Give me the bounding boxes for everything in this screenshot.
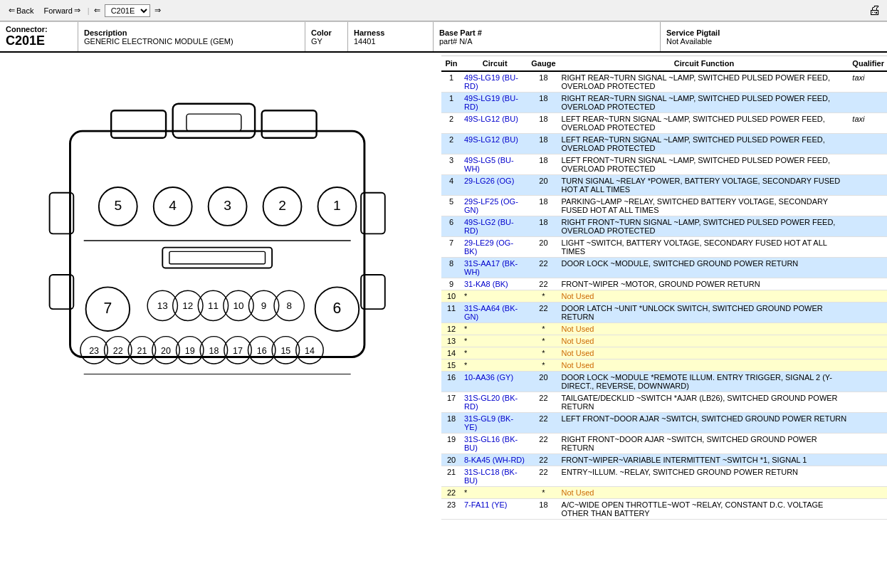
svg-text:16: 16 xyxy=(257,346,267,356)
circuit-cell: 31S-GL9 (BK-YE) xyxy=(461,413,528,434)
function-cell: TAILGATE/DECKLID ~SWITCH *AJAR (LB26), S… xyxy=(559,392,850,413)
svg-rect-4 xyxy=(187,114,241,131)
table-row: 429-LG26 (OG)20TURN SIGNAL ~RELAY *POWER… xyxy=(441,175,887,196)
table-row: 349S-LG5 (BU-WH)18LEFT FRONT~TURN SIGNAL… xyxy=(441,154,887,175)
table-row: 931-KA8 (BK)22FRONT~WIPER ~MOTOR, GROUND… xyxy=(441,278,887,290)
circuit-cell: 49S-LG19 (BU-RD) xyxy=(461,93,528,113)
main-content: 5 4 3 2 1 7 6 13 12 xyxy=(0,56,887,520)
function-cell: RIGHT FRONT~DOOR AJAR ~SWITCH, SWITCHED … xyxy=(559,434,850,454)
back-button[interactable]: ⇐ Back xyxy=(6,4,36,16)
connector-cell: Connector: C201E xyxy=(0,22,78,51)
svg-text:6: 6 xyxy=(333,300,342,316)
circuit-cell: 29-LG26 (OG) xyxy=(461,175,528,196)
pin-cell: 11 xyxy=(441,303,461,323)
table-row: 149S-LG19 (BU-RD)18RIGHT REAR~TURN SIGNA… xyxy=(441,93,887,113)
pin-cell: 23 xyxy=(441,499,461,520)
table-row: 649S-LG2 (BU-RD)18RIGHT FRONT~TURN SIGNA… xyxy=(441,216,887,237)
qualifier-cell xyxy=(849,134,887,154)
svg-text:5: 5 xyxy=(114,198,122,213)
pin-cell: 12 xyxy=(441,323,461,335)
gauge-cell: 22 xyxy=(528,303,558,323)
qualifier-cell xyxy=(849,372,887,392)
table-row: 22**Not Used xyxy=(441,487,887,499)
svg-text:12: 12 xyxy=(182,300,193,311)
circuit-cell: * xyxy=(461,290,528,303)
circuit-cell: 8-KA45 (WH-RD) xyxy=(461,454,528,466)
circuit-cell: 31S-LC18 (BK-BU) xyxy=(461,466,528,487)
gauge-cell: 18 xyxy=(528,134,558,154)
table-area: Pin Circuit Gauge Circuit Function Quali… xyxy=(441,56,887,520)
function-cell: PARKING~LAMP ~RELAY, SWITCHED BATTERY VO… xyxy=(559,196,850,216)
gauge-cell: 18 xyxy=(528,154,558,175)
table-row: 1831S-GL9 (BK-YE)22LEFT FRONT~DOOR AJAR … xyxy=(441,413,887,434)
harness-value: 14401 xyxy=(354,37,427,46)
qualifier-cell: taxi xyxy=(849,71,887,93)
pin-cell: 20 xyxy=(441,454,461,466)
gauge-cell: * xyxy=(528,290,558,303)
pin-cell: 17 xyxy=(441,392,461,413)
circuit-cell: * xyxy=(461,487,528,499)
circuit-cell: 31S-AA17 (BK-WH) xyxy=(461,258,528,278)
circuit-cell: * xyxy=(461,323,528,335)
basepart-value: part# N/A xyxy=(439,37,654,46)
qualifier-cell xyxy=(849,196,887,216)
circuit-cell: * xyxy=(461,335,528,347)
pin-cell: 18 xyxy=(441,413,461,434)
qualifier-cell xyxy=(849,237,887,258)
function-cell: DOOR LOCK ~MODULE, SWITCHED GROUND POWER… xyxy=(559,258,850,278)
qualifier-cell xyxy=(849,323,887,335)
function-cell: LIGHT ~SWITCH, BATTERY VOLTAGE, SECONDAR… xyxy=(559,237,850,258)
table-row: 149S-LG19 (BU-RD)18RIGHT REAR~TURN SIGNA… xyxy=(441,71,887,93)
table-row: 1131S-AA64 (BK-GN)22DOOR LATCH ~UNIT *UN… xyxy=(441,303,887,323)
table-row: 12**Not Used xyxy=(441,323,887,335)
svg-text:19: 19 xyxy=(185,346,195,356)
toolbar-left: ⇐ Back Forward ⇒ | ⇐ C201E ⇒ xyxy=(6,4,161,17)
table-row: 729-LE29 (OG-BK)20LIGHT ~SWITCH, BATTERY… xyxy=(441,237,887,258)
gauge-cell: * xyxy=(528,347,558,359)
pin-cell: 6 xyxy=(441,216,461,237)
color-label: Color xyxy=(311,28,342,37)
forward-arrow-icon: ⇒ xyxy=(74,6,80,15)
printer-icon: 🖨 xyxy=(868,3,881,17)
basepart-label: Base Part # xyxy=(439,28,654,37)
print-button[interactable]: 🖨 xyxy=(868,3,881,18)
description-value: GENERIC ELECTRONIC MODULE (GEM) xyxy=(84,37,299,46)
function-cell: FRONT~WIPER~VARIABLE INTERMITTENT ~SWITC… xyxy=(559,454,850,466)
function-cell: Not Used xyxy=(559,335,850,347)
qualifier-cell xyxy=(849,359,887,372)
pin-cell: 2 xyxy=(441,134,461,154)
forward-button[interactable]: Forward ⇒ xyxy=(41,4,83,16)
back-label: Back xyxy=(16,6,33,15)
connector-select[interactable]: C201E xyxy=(105,4,150,17)
circuit-cell: 49S-LG12 (BU) xyxy=(461,113,528,134)
svg-text:4: 4 xyxy=(169,198,177,213)
gauge-cell: 22 xyxy=(528,413,558,434)
service-pigtail-value: Not Available xyxy=(666,37,881,46)
svg-rect-1 xyxy=(111,110,166,137)
qualifier-cell xyxy=(849,499,887,520)
gauge-cell: 18 xyxy=(528,93,558,113)
table-row: 249S-LG12 (BU)18LEFT REAR~TURN SIGNAL ~L… xyxy=(441,134,887,154)
qualifier-cell xyxy=(849,347,887,359)
gauge-cell: * xyxy=(528,335,558,347)
gauge-cell: 22 xyxy=(528,258,558,278)
qualifier-cell xyxy=(849,258,887,278)
svg-text:23: 23 xyxy=(89,346,99,356)
qualifier-cell xyxy=(849,93,887,113)
svg-text:1: 1 xyxy=(333,198,341,213)
back-arrow-icon: ⇐ xyxy=(9,6,15,15)
function-cell: LEFT REAR~TURN SIGNAL ~LAMP, SWITCHED PU… xyxy=(559,113,850,134)
pin-cell: 14 xyxy=(441,347,461,359)
function-cell: TURN SIGNAL ~RELAY *POWER, BATTERY VOLTA… xyxy=(559,175,850,196)
col-header-function: Circuit Function xyxy=(559,56,850,72)
gauge-cell: 20 xyxy=(528,175,558,196)
table-row: 1731S-GL20 (BK-RD)22TAILGATE/DECKLID ~SW… xyxy=(441,392,887,413)
service-pigtail-cell: Service Pigtail Not Available xyxy=(661,22,887,51)
service-pigtail-label: Service Pigtail xyxy=(666,28,881,37)
circuit-cell: 31-KA8 (BK) xyxy=(461,278,528,290)
circuit-cell: 7-FA11 (YE) xyxy=(461,499,528,520)
svg-text:14: 14 xyxy=(305,346,315,356)
svg-text:13: 13 xyxy=(157,300,168,311)
svg-text:20: 20 xyxy=(161,346,171,356)
svg-rect-3 xyxy=(173,104,255,138)
